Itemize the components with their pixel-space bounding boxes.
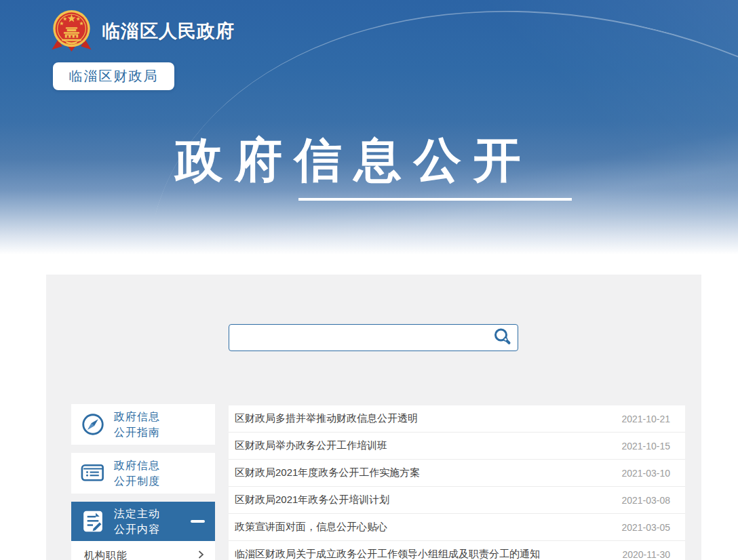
magnifier-icon: [493, 327, 511, 348]
page-title: 政府信息公开: [0, 129, 708, 193]
sidebar-item-label: 政府信息 公开制度: [114, 458, 160, 489]
article-row[interactable]: 区财政局2021年度政务公开工作实施方案 2021-03-10: [229, 460, 685, 487]
article-row[interactable]: 临淄区财政局关于成立政务公开工作领导小组组成及职责分工的通知 2020-11-3…: [229, 541, 685, 560]
sidebar-item-label: 政府信息 公开指南: [114, 409, 160, 440]
national-emblem-icon: [50, 8, 93, 54]
article-title[interactable]: 政策宣讲面对面，信息公开心贴心: [235, 521, 387, 534]
article-date: 2021-03-08: [621, 495, 670, 506]
sidebar: 政府信息 公开指南 政府信息 公开制度: [71, 404, 215, 560]
article-row[interactable]: 政策宣讲面对面，信息公开心贴心 2021-03-05: [229, 514, 685, 541]
sidebar-item-label: 法定主动 公开内容: [114, 506, 160, 537]
article-row[interactable]: 区财政局2021年政务公开培训计划 2021-03-08: [229, 487, 685, 514]
chevron-right-icon: [195, 549, 206, 560]
article-date: 2021-10-21: [621, 414, 670, 424]
article-date: 2021-03-10: [621, 468, 670, 479]
article-date: 2021-03-05: [621, 522, 670, 533]
notebook-icon: [71, 461, 114, 485]
site-name: 临淄区人民政府: [102, 19, 235, 43]
article-list: 区财政局多措并举推动财政信息公开透明 2021-10-21 区财政局举办政务公开…: [229, 405, 685, 560]
sidebar-subitem-label: 机构职能: [84, 549, 128, 560]
article-title[interactable]: 区财政局多措并举推动财政信息公开透明: [235, 412, 418, 425]
department-button[interactable]: 临淄区财政局: [53, 62, 174, 90]
sidebar-item-statutory-disclosure[interactable]: 法定主动 公开内容: [71, 502, 215, 541]
page: 临淄区人民政府 临淄区财政局 政府信息公开: [0, 0, 738, 560]
site-logo-link[interactable]: 临淄区人民政府: [50, 8, 235, 54]
sidebar-subitem-agency-functions[interactable]: 机构职能: [71, 541, 215, 560]
article-title[interactable]: 区财政局2021年度政务公开工作实施方案: [235, 466, 420, 479]
article-title[interactable]: 临淄区财政局关于成立政务公开工作领导小组组成及职责分工的通知: [235, 548, 540, 560]
sidebar-item-system[interactable]: 政府信息 公开制度: [71, 453, 215, 494]
article-date: 2020-11-30: [622, 549, 670, 560]
search-button[interactable]: [486, 325, 518, 351]
article-row[interactable]: 区财政局多措并举推动财政信息公开透明 2021-10-21: [229, 405, 685, 433]
content-panel: 政府信息 公开指南 政府信息 公开制度: [46, 275, 701, 560]
clipboard-pencil-icon: [71, 509, 114, 534]
article-title[interactable]: 区财政局举办政务公开工作培训班: [235, 439, 387, 452]
compass-icon: [71, 412, 114, 437]
search-box: [229, 324, 518, 351]
sidebar-item-guide[interactable]: 政府信息 公开指南: [71, 404, 215, 445]
article-title[interactable]: 区财政局2021年政务公开培训计划: [235, 494, 389, 506]
title-underline: [298, 198, 572, 201]
minus-icon[interactable]: [191, 520, 205, 523]
search-input[interactable]: [229, 325, 486, 351]
article-row[interactable]: 区财政局举办政务公开工作培训班 2021-10-15: [229, 433, 685, 460]
article-date: 2021-10-15: [621, 441, 670, 452]
